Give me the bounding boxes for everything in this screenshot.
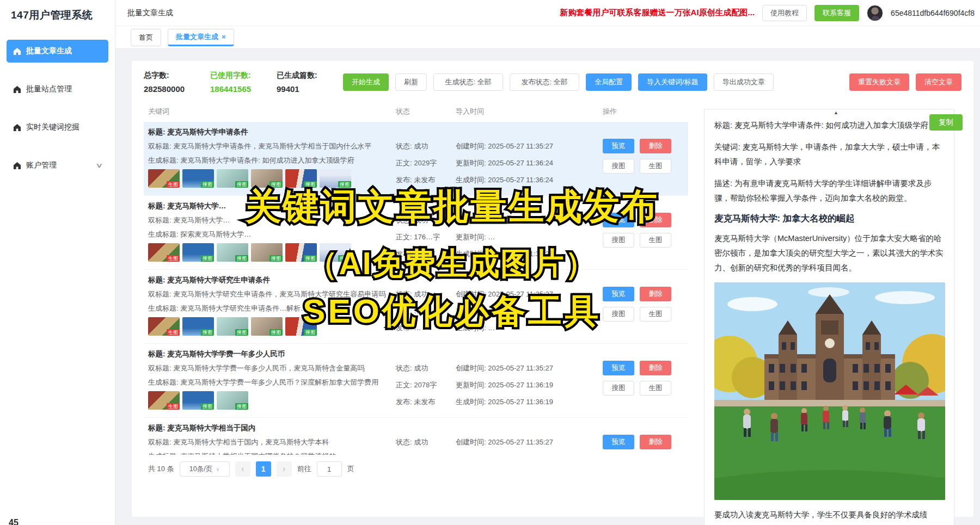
thumbnail-strip: 生图搜图搜图搜图搜图 — [148, 317, 389, 336]
preview-button[interactable]: 预览 — [603, 213, 634, 227]
generate-image-button[interactable]: 生图 — [640, 307, 671, 322]
copy-button[interactable]: 复制 — [929, 114, 963, 131]
chevron-down-icon: ∨ — [96, 162, 103, 169]
user-id: 65e4811dfb644f690f4cf8 — [891, 9, 975, 17]
contact-support-button[interactable]: 联系客服 — [814, 5, 859, 21]
thumbnail[interactable]: 生图 — [148, 317, 180, 336]
publish-status-select[interactable]: 发布状态: 全部 — [510, 73, 579, 91]
thumbnail[interactable]: 搜图 — [182, 391, 214, 410]
time-line: 生成时间: 2025-05-27 11:36:24 — [456, 249, 603, 260]
generate-image-button[interactable]: 生图 — [640, 159, 671, 174]
tab-home[interactable]: 首页 — [131, 29, 161, 46]
sidebar-item-account[interactable]: 账户管理 ∨ — [7, 154, 108, 177]
article-preview-panel: 复制 ▲ 标题: 麦克马斯特大学申请条件: 如何成功进入加拿大顶级学府 关键词:… — [704, 109, 954, 525]
preview-button[interactable]: 预览 — [603, 435, 634, 449]
delete-button[interactable]: 删除 — [640, 287, 671, 301]
sidebar-item-batch-site[interactable]: 批量站点管理 — [7, 78, 108, 101]
status-cell: 状态: 成功正文: 1957字 — [396, 423, 456, 455]
thumbnail-tag: 搜图 — [270, 181, 283, 188]
scroll-up-icon[interactable]: ▲ — [834, 110, 838, 115]
thumbnail-tag: 生图 — [167, 329, 180, 336]
thumbnail[interactable]: 搜图 — [320, 169, 351, 188]
time-line: 生成时间: 2025-05-27 11:36:19 — [456, 397, 603, 407]
stat-label: 总字数: — [144, 71, 196, 81]
dual-title: 双标题: 麦克马斯特大学学费一年多少人民币，麦克马斯特含金量高吗 — [148, 363, 389, 374]
clear-articles-button[interactable]: 清空文章 — [916, 73, 961, 91]
home-icon — [13, 162, 21, 170]
delete-button[interactable]: 删除 — [640, 139, 671, 153]
refresh-button[interactable]: 刷新 — [395, 73, 427, 91]
thumbnail[interactable]: 生图 — [148, 243, 180, 262]
global-config-button[interactable]: 全局配置 — [586, 73, 632, 91]
next-page-button[interactable]: › — [277, 461, 292, 477]
table-row[interactable]: 标题: 麦克马斯特大学申请条件双标题: 麦克马斯特大学申请条件，麦克马斯特大学相… — [144, 122, 688, 196]
search-image-button[interactable]: 搜图 — [603, 233, 634, 248]
sidebar-item-label: 批量文章生成 — [26, 46, 72, 56]
thumbnail[interactable]: 搜图 — [320, 243, 351, 262]
table-row[interactable]: 标题: 麦克马斯特大学…双标题: 麦克马斯特大学…生成标题: 探索麦克马斯特大学… — [144, 196, 688, 270]
delete-button[interactable]: 删除 — [640, 213, 671, 227]
thumbnail[interactable]: 搜图 — [217, 391, 248, 410]
preview-button[interactable]: 预览 — [603, 139, 634, 153]
preview-button[interactable]: 预览 — [603, 287, 634, 301]
thumbnail[interactable]: 搜图 — [217, 169, 248, 188]
thumbnail[interactable]: 生图 — [148, 169, 180, 188]
page-size-select[interactable]: 10条/页 ∨ — [180, 461, 230, 477]
thumbnail[interactable]: 搜图 — [285, 243, 317, 262]
tab-close-icon[interactable]: × — [222, 33, 226, 41]
generated-title: 生成标题: 探索麦克马斯特大学… — [148, 229, 389, 240]
thumbnail-tag: 搜图 — [235, 403, 248, 410]
start-generate-button[interactable]: 开始生成 — [343, 73, 389, 91]
delete-button[interactable]: 删除 — [640, 435, 671, 449]
thumbnail-tag: 生图 — [167, 403, 180, 410]
main-card: 总字数: 282580000 已使用字数: 186441565 已生成篇数: 9… — [132, 61, 973, 517]
tab-batch-article[interactable]: 批量文章生成 × — [168, 29, 234, 46]
search-image-button[interactable]: 搜图 — [603, 159, 634, 174]
generate-status-select[interactable]: 生成状态: 全部 — [433, 73, 503, 91]
search-image-button[interactable]: 搜图 — [603, 381, 634, 396]
thumbnail[interactable]: 搜图 — [251, 317, 283, 336]
thumbnail[interactable]: 搜图 — [285, 169, 317, 188]
announcement-text: 新购套餐用户可联系客服赠送一万张AI原创生成配图... — [560, 8, 755, 18]
delete-button[interactable]: 删除 — [640, 361, 671, 375]
sidebar-item-keyword-mining[interactable]: 实时关键词挖掘 — [7, 116, 108, 139]
export-success-button[interactable]: 导出成功文章 — [714, 73, 774, 91]
thumbnail[interactable]: 搜图 — [217, 317, 248, 336]
thumbnail[interactable]: 搜图 — [251, 169, 283, 188]
avatar[interactable] — [867, 5, 883, 21]
pagination: 共 10 条 10条/页 ∨ ‹ 1 › 前往 页 — [144, 461, 688, 477]
thumbnail[interactable]: 生图 — [148, 391, 180, 410]
time-cell: 创建时间: 2025-05-27 11:35:27更新时间: …生成时间: 20… — [456, 201, 603, 265]
preview-button[interactable]: 预览 — [603, 361, 634, 375]
thumbnail[interactable]: 搜图 — [182, 243, 214, 262]
partial-bottom-text: 45 — [9, 518, 19, 525]
thumbnail-tag: 搜图 — [338, 255, 351, 262]
reset-failed-button[interactable]: 重置失败文章 — [849, 73, 909, 91]
search-image-button[interactable]: 搜图 — [603, 307, 634, 322]
thumbnail[interactable]: 搜图 — [182, 169, 214, 188]
prev-page-button[interactable]: ‹ — [235, 461, 250, 477]
thumbnail[interactable]: 搜图 — [217, 243, 248, 262]
thumbnail[interactable]: 搜图 — [251, 243, 283, 262]
time-line: 更新时间: … — [456, 306, 603, 317]
generate-image-button[interactable]: 生图 — [640, 233, 671, 248]
table-row[interactable]: 标题: 麦克马斯特大学相当于国内双标题: 麦克马斯特大学相当于国内，麦克马斯特大… — [144, 418, 688, 455]
dual-title: 双标题: 麦克马斯特大学申请条件，麦克马斯特大学相当于国内什么水平 — [148, 141, 389, 152]
sidebar-item-batch-article[interactable]: 批量文章生成 — [7, 40, 108, 63]
table-row[interactable]: 标题: 麦克马斯特大学学费一年多少人民币双标题: 麦克马斯特大学学费一年多少人民… — [144, 344, 688, 418]
import-keywords-button[interactable]: 导入关键词/标题 — [638, 73, 707, 91]
time-line: 创建时间: 2025-05-27 11:35:27 — [456, 437, 603, 448]
current-page-button[interactable]: 1 — [256, 461, 271, 477]
thumbnail[interactable]: 搜图 — [285, 317, 317, 336]
goto-page-input[interactable] — [317, 461, 342, 477]
card-toolbar: 总字数: 282580000 已使用字数: 186441565 已生成篇数: 9… — [144, 71, 961, 94]
table-header: 关键词 状态 导入时间 操作 — [144, 102, 688, 122]
tutorial-button[interactable]: 使用教程 — [762, 5, 807, 21]
table-row[interactable]: 标题: 麦克马斯特大学研究生申请条件双标题: 麦克马斯特大学研究生申请条件，麦克… — [144, 270, 688, 344]
sidebar-menu: 批量文章生成 批量站点管理 实时关键词挖掘 账户管理 ∨ — [0, 40, 115, 177]
article-title: 标题: 麦克马斯特大学学费一年多少人民币 — [148, 349, 389, 360]
thumbnail[interactable]: 搜图 — [182, 317, 214, 336]
generate-image-button[interactable]: 生图 — [640, 381, 671, 396]
campus-photo — [714, 282, 945, 500]
generated-title: 生成标题: 麦克马斯特大学学费一年多少人民币？深度解析加拿大留学费用 — [148, 377, 389, 388]
